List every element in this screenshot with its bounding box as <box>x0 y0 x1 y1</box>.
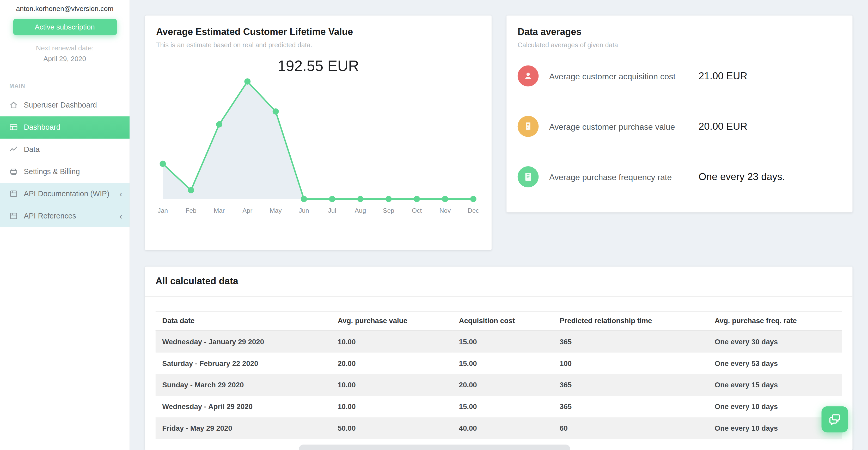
table-row: Saturday - February 22 202020.0015.00100… <box>156 353 842 374</box>
sidebar-item-label: Dashboard <box>24 123 60 132</box>
average-value: 21.00 EUR <box>699 70 747 82</box>
x-axis-label: Apr <box>242 207 252 214</box>
user-email: anton.korhonen@viversion.com <box>0 0 129 19</box>
sidebar-item-label: Superuser Dashboard <box>24 101 97 109</box>
home-icon <box>9 101 18 109</box>
table-cell: 10.00 <box>331 396 452 417</box>
x-axis-label: Jan <box>158 207 168 214</box>
table-cell: One every 15 days <box>708 374 842 396</box>
chart-point <box>273 108 279 115</box>
ledger-icon <box>518 166 539 188</box>
bottom-partial-bar <box>299 445 570 450</box>
sidebar-item-dashboard[interactable]: Dashboard <box>0 116 129 138</box>
billing-icon <box>9 168 18 176</box>
table-cell: Friday - May 29 2020 <box>156 417 331 439</box>
table-cell: Wednesday - April 29 2020 <box>156 396 331 417</box>
x-axis-label: Jun <box>299 207 309 214</box>
sidebar-item-settings-billing[interactable]: Settings & Billing <box>0 161 129 183</box>
clv-card-subtitle: This is an estimate based on real and pr… <box>156 41 480 49</box>
chart-point <box>442 196 448 202</box>
chevron-left-icon: ‹ <box>119 190 122 198</box>
average-value: One every 23 days. <box>699 171 785 183</box>
table-cell: 15.00 <box>452 396 553 417</box>
table-row: Wednesday - January 29 202010.0015.00365… <box>156 331 842 353</box>
table-cell: 50.00 <box>331 417 452 439</box>
column-header-avg-purchase-value: Avg. purchase value <box>331 311 452 331</box>
chart-point <box>188 187 194 193</box>
table-cell: 60 <box>553 417 708 439</box>
sidebar-item-label: API Documentation (WIP) <box>24 190 109 198</box>
chevron-left-icon: ‹ <box>119 212 122 221</box>
average-label: Average customer acquisition cost <box>549 71 699 81</box>
renewal-date: April 29, 2020 <box>0 54 129 65</box>
calculated-data-table: Data dateAvg. purchase valueAcquisition … <box>156 311 842 439</box>
table-header-row: Data dateAvg. purchase valueAcquisition … <box>156 311 842 331</box>
sidebar-item-label: Data <box>24 145 40 154</box>
table-row: Sunday - March 29 202010.0020.00365One e… <box>156 374 842 396</box>
x-axis-label: Nov <box>439 207 451 214</box>
average-row-average-customer-acquisition-cost: Average customer acquisition cost21.00 E… <box>518 65 841 87</box>
renewal-label: Next renewal date: <box>0 43 129 54</box>
table-cell: 20.00 <box>331 353 452 374</box>
average-label: Average customer purchase value <box>549 122 699 131</box>
x-axis-label: Aug <box>355 207 366 214</box>
average-value: 20.00 EUR <box>699 120 747 132</box>
average-row-average-customer-purchase-value: Average customer purchase value20.00 EUR <box>518 116 841 137</box>
table-cell: 100 <box>553 353 708 374</box>
sidebar-item-api-documentation-wip[interactable]: API Documentation (WIP)‹ <box>0 183 129 205</box>
averages-list: Average customer acquisition cost21.00 E… <box>518 65 841 188</box>
table-cell: One every 53 days <box>708 353 842 374</box>
chart-point <box>244 78 250 85</box>
sidebar-item-superuser-dashboard[interactable]: Superuser Dashboard <box>0 94 129 116</box>
chat-button[interactable] <box>822 406 848 432</box>
x-axis-label: Jul <box>328 207 336 214</box>
dashboard-icon <box>9 123 18 132</box>
sidebar-section-label: MAIN <box>9 83 129 88</box>
table-row: Friday - May 29 202050.0040.0060One ever… <box>156 417 842 439</box>
chart-point <box>358 196 364 202</box>
table-cell: 20.00 <box>452 374 553 396</box>
average-row-average-purchase-frequency-rate: Average purchase frequency rateOne every… <box>518 166 841 188</box>
active-subscription-button[interactable]: Active subscription <box>13 19 117 35</box>
x-axis-label: Oct <box>412 207 422 214</box>
table-cell: Saturday - February 22 2020 <box>156 353 331 374</box>
x-axis-label: Sep <box>383 207 394 214</box>
chat-icon <box>828 412 842 426</box>
clv-line-chart: JanFebMarAprMayJunJulAugSepOctNovDec <box>156 78 480 218</box>
sidebar-item-label: Settings & Billing <box>24 168 80 176</box>
clv-value: 192.55 EUR <box>156 58 480 75</box>
sidebar-menu: Superuser DashboardDashboardDataSettings… <box>0 94 129 227</box>
x-axis-label: Dec <box>468 207 479 214</box>
table-cell: Wednesday - January 29 2020 <box>156 331 331 353</box>
renewal-info: Next renewal date: April 29, 2020 <box>0 43 129 65</box>
table-cell: 15.00 <box>452 353 553 374</box>
api-icon <box>9 190 18 198</box>
column-header-data-date: Data date <box>156 311 331 331</box>
chart-point <box>216 121 222 128</box>
averages-card-subtitle: Calculated averages of given data <box>518 41 841 49</box>
column-header-avg-purchase-freq-rate: Avg. purchase freq. rate <box>708 311 842 331</box>
dashboard-page: anton.korhonen@viversion.com Active subs… <box>0 0 868 450</box>
user-icon <box>518 65 539 87</box>
column-header-acquisition-cost: Acquisition cost <box>452 311 553 331</box>
x-axis-label: Feb <box>186 207 196 214</box>
table-cell: 365 <box>553 396 708 417</box>
sidebar-item-data[interactable]: Data <box>0 138 129 161</box>
data-averages-card: Data averages Calculated averages of giv… <box>506 16 852 212</box>
sidebar-item-label: API References <box>24 212 76 220</box>
table-cell: 10.00 <box>331 331 452 353</box>
table-cell: One every 30 days <box>708 331 842 353</box>
clv-card-title: Average Estimated Customer Lifetime Valu… <box>156 27 480 37</box>
table-cell: 15.00 <box>452 331 553 353</box>
chart-point <box>159 161 166 167</box>
x-axis-label: May <box>270 207 282 214</box>
chart-area-fill <box>163 81 473 199</box>
table-row: Wednesday - April 29 202010.0015.00365On… <box>156 396 842 417</box>
sidebar: anton.korhonen@viversion.com Active subs… <box>0 0 130 450</box>
chart-point <box>385 196 392 202</box>
table-card-header: All calculated data <box>145 266 852 297</box>
average-label: Average purchase frequency rate <box>549 172 699 181</box>
chart-point <box>414 196 420 202</box>
sidebar-item-api-references[interactable]: API References‹ <box>0 205 129 227</box>
table-card-title: All calculated data <box>156 276 842 287</box>
